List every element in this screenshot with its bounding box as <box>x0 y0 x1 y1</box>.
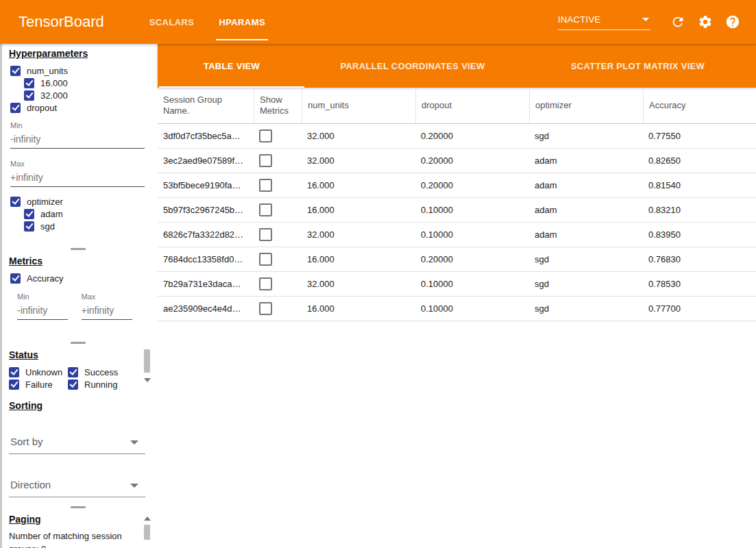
optimizer-cell: adam <box>529 223 643 247</box>
min-label: Min <box>10 121 144 129</box>
checkbox-checked-icon[interactable] <box>9 379 19 390</box>
checkbox-checked-icon[interactable] <box>10 66 21 76</box>
checkbox-checked-icon[interactable] <box>24 209 34 219</box>
dropout-min-input[interactable] <box>10 129 145 149</box>
checkbox-checked-icon[interactable] <box>68 367 78 377</box>
checkbox-checked-icon[interactable] <box>24 78 34 88</box>
show-metrics-checkbox[interactable] <box>259 154 272 167</box>
sort-by-select[interactable]: Sort by <box>9 436 145 454</box>
scrollbar-thumb[interactable] <box>144 525 150 540</box>
reload-status-dropdown[interactable]: INACTIVE <box>558 14 650 30</box>
hparams-main-panel: TABLE VIEW PARALLEL COORDINATES VIEW SCA… <box>158 44 756 548</box>
max-label: Max <box>10 160 144 168</box>
num-units-cell: 16.000 <box>302 198 415 222</box>
dropout-max-input[interactable] <box>10 168 145 187</box>
metrics-title: Metrics <box>9 256 145 266</box>
num-units-cell: 16.000 <box>302 297 415 321</box>
dropout-min-field: Min <box>9 121 145 149</box>
show-metrics-checkbox[interactable] <box>259 302 272 315</box>
table-row[interactable]: 53bf5bece9190fa… 16.000 0.20000 adam 0.8… <box>158 173 756 198</box>
tab-scalars[interactable]: SCALARS <box>137 0 207 44</box>
direction-select[interactable]: Direction <box>9 479 145 497</box>
session-group-name-cell: 3ec2aed9e07589f… <box>158 149 254 173</box>
table-row[interactable]: 7684dcc13358fd0… 16.000 0.20000 sgd 0.76… <box>158 247 756 272</box>
show-metrics-checkbox[interactable] <box>259 203 272 216</box>
accuracy-cell: 0.81540 <box>643 173 756 197</box>
tab-table-view-label: TABLE VIEW <box>204 61 260 71</box>
show-metrics-checkbox[interactable] <box>259 253 272 266</box>
accuracy-max-input[interactable] <box>82 301 132 320</box>
section-resize-handle[interactable] <box>71 506 86 508</box>
paging-scrollbar[interactable] <box>144 516 150 548</box>
table-row[interactable]: 7b29a731e3daca… 32.000 0.10000 sgd 0.785… <box>158 272 756 297</box>
status-title: Status <box>9 349 145 360</box>
show-metrics-cell <box>254 272 302 296</box>
scroll-up-arrow-icon[interactable] <box>144 516 151 521</box>
checkbox-checked-icon[interactable] <box>9 367 19 377</box>
status-unknown-checkbox[interactable]: Unknown <box>9 366 68 378</box>
refresh-icon[interactable] <box>670 14 685 29</box>
hparam-value-adam-checkbox[interactable]: adam <box>24 208 145 220</box>
hparam-num-units-checkbox[interactable]: num_units <box>10 64 145 77</box>
num-units-cell: 32.000 <box>302 124 415 148</box>
show-metrics-checkbox[interactable] <box>259 228 272 241</box>
accuracy-cell: 0.82650 <box>643 149 756 173</box>
settings-gear-icon[interactable] <box>698 14 713 29</box>
hparam-value-16-checkbox[interactable]: 16.000 <box>24 77 145 89</box>
top-app-bar: TensorBoard SCALARS HPARAMS INACTIVE <box>0 0 756 44</box>
table-row[interactable]: 6826c7fa3322d82… 32.000 0.10000 adam 0.8… <box>158 223 756 247</box>
matching-groups-summary: Number of matching session groups: 8 <box>9 530 136 548</box>
hparam-dropout-label: dropout <box>27 103 57 113</box>
table-row[interactable]: ae235909ec4e4d… 16.000 0.10000 sgd 0.777… <box>158 297 756 321</box>
tab-parallel-coordinates-view[interactable]: PARALLEL COORDINATES VIEW <box>306 44 520 88</box>
tab-table-view[interactable]: TABLE VIEW <box>158 44 306 88</box>
chevron-down-icon <box>130 484 138 488</box>
hparam-value-sgd-checkbox[interactable]: sgd <box>24 220 145 232</box>
status-scrollbar[interactable] <box>144 349 150 390</box>
tab-hparams[interactable]: HPARAMS <box>206 0 278 44</box>
column-header-optimizer: optimizer <box>529 88 643 123</box>
table-header-row: Session Group Name. Show Metrics num_uni… <box>158 88 756 124</box>
metric-accuracy-checkbox[interactable]: Accuracy <box>10 272 145 284</box>
session-group-name-cell: 6826c7fa3322d82… <box>158 223 254 247</box>
table-row[interactable]: 3df0d7cf35bec5a… 32.000 0.20000 sgd 0.77… <box>158 124 756 149</box>
accuracy-max-field: Max <box>82 292 134 320</box>
scroll-down-arrow-icon[interactable] <box>144 378 151 382</box>
hparam-dropout-checkbox[interactable]: dropout <box>10 101 145 114</box>
num-units-cell: 16.000 <box>302 247 415 271</box>
accuracy-min-input[interactable] <box>17 301 68 320</box>
show-metrics-checkbox[interactable] <box>259 179 272 192</box>
scrollbar-thumb[interactable] <box>144 349 150 373</box>
status-success-checkbox[interactable]: Success <box>68 366 118 378</box>
help-icon[interactable] <box>725 14 740 29</box>
dropout-cell: 0.20000 <box>415 247 529 271</box>
status-failure-checkbox[interactable]: Failure <box>9 378 68 390</box>
section-resize-handle[interactable] <box>71 248 86 250</box>
hparam-value-32-checkbox[interactable]: 32.000 <box>24 89 145 101</box>
direction-value: Direction <box>10 479 51 490</box>
num-units-cell: 32.000 <box>302 272 415 296</box>
table-row[interactable]: 5b97f3c2967245b… 16.000 0.10000 adam 0.8… <box>158 198 756 223</box>
checkbox-checked-icon[interactable] <box>24 90 34 101</box>
checkbox-checked-icon[interactable] <box>10 197 21 207</box>
hparam-value-16-label: 16.000 <box>40 78 68 88</box>
status-failure-label: Failure <box>25 379 53 390</box>
session-group-name-cell: 53bf5bece9190fa… <box>158 173 254 197</box>
checkbox-checked-icon[interactable] <box>10 273 21 284</box>
checkbox-checked-icon[interactable] <box>24 221 34 232</box>
show-metrics-checkbox[interactable] <box>259 129 272 142</box>
table-row[interactable]: 3ec2aed9e07589f… 32.000 0.20000 adam 0.8… <box>158 149 756 173</box>
app-title: TensorBoard <box>19 13 104 31</box>
status-running-checkbox[interactable]: Running <box>68 378 117 390</box>
checkbox-checked-icon[interactable] <box>68 379 78 390</box>
show-metrics-checkbox[interactable] <box>259 277 272 290</box>
metrics-section: Metrics Accuracy Min Max <box>2 251 152 342</box>
dropout-cell: 0.20000 <box>415 124 529 148</box>
section-resize-handle[interactable] <box>71 342 86 344</box>
checkbox-checked-icon[interactable] <box>10 103 21 113</box>
hparam-optimizer-checkbox[interactable]: optimizer <box>10 195 145 208</box>
tab-scatter-plot-matrix-view[interactable]: SCATTER PLOT MATRIX VIEW <box>520 44 756 88</box>
session-group-name-cell: 3df0d7cf35bec5a… <box>158 124 254 148</box>
reload-status-value: INACTIVE <box>558 14 600 25</box>
column-header-dropout: dropout <box>415 88 529 123</box>
